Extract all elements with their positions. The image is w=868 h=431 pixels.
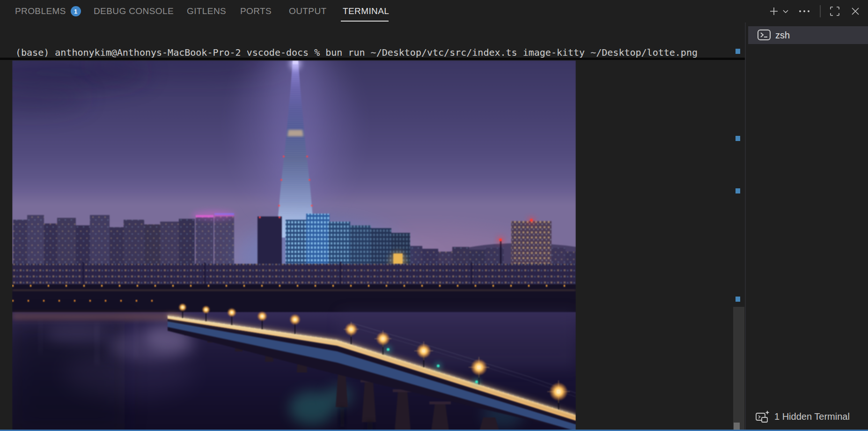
new-terminal-icon[interactable] <box>768 6 780 17</box>
tab-gitlens[interactable]: GITLENS <box>187 0 226 22</box>
tab-debug-console[interactable]: DEBUG CONSOLE <box>94 0 174 22</box>
problems-count-badge: 1 <box>71 6 81 16</box>
terminal-list-item-label: zsh <box>775 30 790 41</box>
terminal-scrollbar-thumb[interactable] <box>733 307 744 431</box>
tab-problems-label: PROBLEMS <box>15 6 66 16</box>
command-decoration-mark <box>736 297 740 302</box>
command-decoration-mark <box>736 49 740 54</box>
tab-ports[interactable]: PORTS <box>240 0 272 22</box>
toolbar-divider <box>820 5 821 17</box>
hidden-terminals-label: 1 Hidden Terminal <box>774 411 850 422</box>
command-decoration-mark <box>736 188 740 193</box>
close-panel-icon[interactable] <box>851 7 860 16</box>
vscode-panel: PROBLEMS 1 DEBUG CONSOLE GITLENS PORTS O… <box>0 0 868 431</box>
terminal-prompt-line: (base) anthonykim@Anthonys-MacBook-Pro-2… <box>15 47 698 58</box>
panel-tabbar: PROBLEMS 1 DEBUG CONSOLE GITLENS PORTS O… <box>0 0 868 22</box>
more-actions-icon[interactable] <box>798 9 810 13</box>
tab-output[interactable]: OUTPUT <box>289 0 327 22</box>
tab-problems[interactable]: PROBLEMS 1 <box>15 0 81 22</box>
panel-actions <box>768 0 860 22</box>
hidden-terminals-button[interactable]: 1 Hidden Terminal <box>748 408 868 425</box>
tab-terminal[interactable]: TERMINAL <box>343 0 389 22</box>
terminal-list-item-zsh[interactable]: zsh <box>748 26 868 44</box>
terminal-inline-image <box>12 60 576 430</box>
command-decoration-mark <box>736 136 740 141</box>
terminal-icon <box>757 29 771 41</box>
active-tab-underline <box>341 21 389 22</box>
terminal-sidebar-divider[interactable] <box>745 22 746 431</box>
terminal-scrollbar-bottom-mark <box>734 423 740 430</box>
chevron-down-icon[interactable] <box>782 9 789 14</box>
maximize-panel-icon[interactable] <box>829 6 840 17</box>
hidden-terminal-icon <box>755 409 771 424</box>
